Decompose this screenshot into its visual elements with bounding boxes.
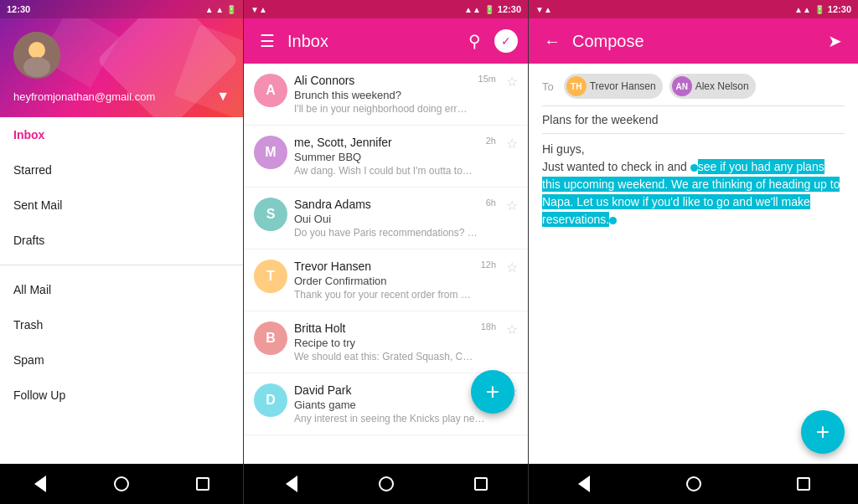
svg-point-2	[23, 57, 50, 77]
email-preview-3: Thank you for your recent order from Ste…	[294, 289, 474, 301]
inbox-toolbar: ☰ Inbox ⚲ ✓	[244, 18, 528, 64]
compose-send-icon[interactable]: ➤	[821, 28, 848, 54]
email-content-1: me, Scott, Jennifer Summer BBQ Aw dang. …	[294, 136, 479, 177]
star-icon-2[interactable]: ☆	[506, 198, 518, 213]
compose-message[interactable]: Hi guys,Just wanted to check in and see …	[542, 141, 845, 454]
drawer-divider	[0, 265, 243, 265]
compose-wifi-icon: ▼▲	[535, 5, 552, 14]
drawer-email: heyfromjonathan@gmail.com	[13, 90, 216, 103]
drawer-item-label: Inbox	[13, 128, 44, 141]
email-preview-5: Any interest in seeing the Knicks play n…	[294, 413, 489, 424]
drawer-item-trash[interactable]: Trash	[0, 307, 243, 342]
drawer-item-label: All Mail	[13, 283, 51, 296]
email-subject-4: Recipe to try	[294, 337, 474, 349]
email-preview-0: I'll be in your neighborhood doing erran…	[294, 103, 472, 115]
drawer-status-time: 12:30	[7, 4, 30, 14]
signal-icon: ▲▲	[464, 5, 481, 14]
compose-status-time: 12:30	[828, 4, 851, 14]
email-content-3: Trevor Hansen Order Confirmation Thank y…	[294, 260, 474, 301]
drawer-status-bar: 12:30 ▲ ▲ 🔋	[0, 0, 243, 18]
inbox-bottom-bar	[244, 464, 528, 504]
inbox-title: Inbox	[287, 32, 454, 51]
recipient-name-0: Trevor Hansen	[590, 80, 656, 92]
compose-title: Compose	[572, 32, 814, 51]
email-time-2: 6h	[486, 198, 496, 208]
sender-name-0: Ali Connors	[294, 74, 472, 87]
email-content-4: Britta Holt Recipe to try We should eat …	[294, 321, 474, 363]
done-all-icon[interactable]: ✓	[494, 29, 518, 53]
inbox-recents-button[interactable]	[464, 467, 498, 501]
sender-avatar-3: T	[254, 260, 287, 293]
sender-name-4: Britta Holt	[294, 321, 474, 335]
drawer-item-label: Follow Up	[13, 388, 65, 402]
email-content-2: Sandra Adams Oui Oui Do you have Paris r…	[294, 198, 479, 239]
drawer-item-inbox[interactable]: Inbox	[0, 117, 243, 152]
drawer-nav: Inbox Starred Sent Mail Drafts All Mail …	[0, 117, 243, 464]
inbox-status-bar: ▼▲ ▲▲ 🔋 12:30	[244, 0, 528, 18]
recipient-chip-0[interactable]: TH Trevor Hansen	[564, 74, 663, 99]
email-time-3: 12h	[481, 260, 496, 270]
recipient-avatar-0: TH	[566, 76, 587, 96]
compose-recents-button[interactable]	[787, 467, 820, 501]
inbox-panel: ▼▲ ▲▲ 🔋 12:30 ☰ Inbox ⚲ ✓ A Ali Connors …	[243, 0, 528, 504]
home-button[interactable]	[105, 467, 138, 501]
compose-signal-icon: ▲▲	[794, 5, 811, 14]
dropdown-icon[interactable]: ▼	[216, 89, 230, 104]
menu-icon[interactable]: ☰	[254, 28, 281, 54]
compose-back-icon[interactable]: ←	[539, 28, 566, 54]
email-subject-1: Summer BBQ	[294, 151, 479, 163]
drawer-item-label: Starred	[13, 163, 52, 177]
compose-bottom-bar	[529, 464, 858, 504]
email-content-0: Ali Connors Brunch this weekend? I'll be…	[294, 74, 472, 115]
sender-avatar-0: A	[254, 74, 287, 107]
inbox-back-button[interactable]	[275, 467, 308, 501]
drawer-item-sent[interactable]: Sent Mail	[0, 188, 243, 223]
drawer-bottom-bar: +	[0, 464, 243, 504]
battery-icon: 🔋	[484, 5, 494, 14]
drawer-item-allmail[interactable]: All Mail	[0, 272, 243, 307]
drawer-item-drafts[interactable]: Drafts	[0, 223, 243, 258]
email-item-0[interactable]: A Ali Connors Brunch this weekend? I'll …	[244, 64, 528, 126]
recipient-avatar-1: AN	[672, 76, 692, 96]
sender-name-3: Trevor Hansen	[294, 260, 474, 273]
recipient-name-1: Alex Nelson	[695, 80, 749, 92]
compose-home-button[interactable]	[677, 467, 711, 501]
compose-fab[interactable]: +	[471, 370, 514, 414]
svg-point-1	[28, 42, 45, 59]
compose-toolbar: ← Compose ➤	[529, 18, 858, 64]
email-item-2[interactable]: S Sandra Adams Oui Oui Do you have Paris…	[244, 188, 528, 249]
email-time-1: 2h	[486, 136, 496, 146]
drawer-item-followup[interactable]: Follow Up	[0, 378, 243, 413]
inbox-status-time: 12:30	[498, 4, 521, 14]
back-button[interactable]	[23, 467, 57, 501]
recipient-chip-1[interactable]: AN Alex Nelson	[669, 74, 756, 99]
drawer-item-label: Spam	[13, 353, 44, 367]
email-item-4[interactable]: B Britta Holt Recipe to try We should ea…	[244, 311, 528, 373]
cursor-end	[609, 217, 617, 224]
compose-body: To TH Trevor Hansen AN Alex Nelson Plans…	[529, 64, 858, 464]
search-icon[interactable]: ⚲	[461, 28, 488, 54]
email-item-1[interactable]: M me, Scott, Jennifer Summer BBQ Aw dang…	[244, 126, 528, 188]
inbox-home-button[interactable]	[370, 467, 403, 501]
sender-avatar-2: S	[254, 198, 287, 231]
drawer-item-starred[interactable]: Starred	[0, 152, 243, 188]
recents-button[interactable]	[186, 467, 220, 501]
email-content-5: David Park Giants game Any interest in s…	[294, 383, 489, 424]
drawer-item-label: Sent Mail	[13, 198, 62, 212]
email-item-3[interactable]: T Trevor Hansen Order Confirmation Thank…	[244, 249, 528, 311]
compose-back-button[interactable]	[567, 467, 601, 501]
compose-battery-icon: 🔋	[814, 5, 824, 14]
to-label: To	[542, 80, 554, 93]
signal-icons: ▲ ▲ 🔋	[205, 5, 236, 14]
star-icon-3[interactable]: ☆	[506, 260, 518, 275]
star-icon-0[interactable]: ☆	[506, 74, 518, 90]
star-icon-4[interactable]: ☆	[506, 321, 518, 337]
drawer-item-spam[interactable]: Spam	[0, 342, 243, 378]
drawer-panel: 12:30 ▲ ▲ 🔋 heyfromjonathan@gmail.com ▼ …	[0, 0, 243, 504]
email-subject-5: Giants game	[294, 399, 489, 411]
star-icon-1[interactable]: ☆	[506, 136, 518, 152]
email-subject-0: Brunch this weekend?	[294, 89, 472, 101]
email-preview-2: Do you have Paris recommendations? Hav..…	[294, 227, 479, 239]
sender-avatar-1: M	[254, 136, 287, 169]
email-preview-4: We should eat this: Grated Squash, Corn,…	[294, 351, 474, 363]
